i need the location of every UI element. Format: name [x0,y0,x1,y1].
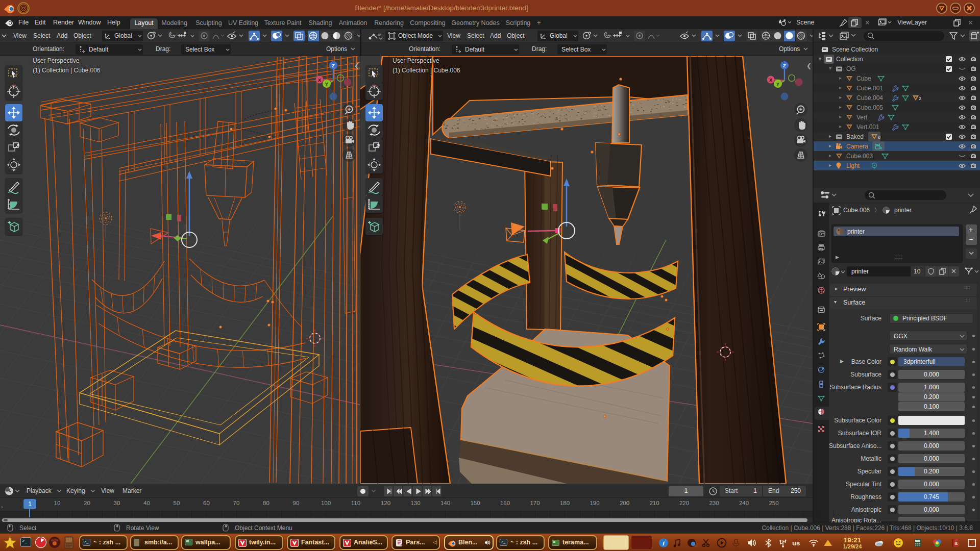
svg-text:Y: Y [776,81,780,87]
svg-text:i: i [663,539,665,547]
svg-text:Y: Y [325,81,329,87]
svg-text:X: X [318,78,321,83]
svg-text:4: 4 [880,146,882,150]
svg-text:Z: Z [332,63,335,68]
svg-text:X: X [769,78,772,83]
svg-text:Z: Z [783,63,786,68]
svg-text:a: a [954,540,958,546]
